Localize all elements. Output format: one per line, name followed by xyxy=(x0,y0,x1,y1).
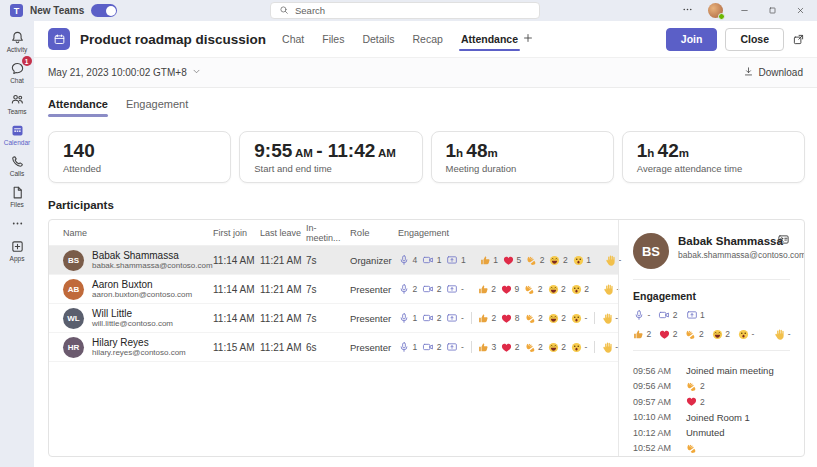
sidebar-item-apps[interactable]: Apps xyxy=(0,238,34,262)
in-meeting-cell: 7s xyxy=(306,284,350,295)
hand-emoji-icon xyxy=(602,342,613,353)
role-cell: Presenter xyxy=(350,342,398,353)
engagement-count: 1 xyxy=(413,342,418,352)
surprised-emoji-icon xyxy=(573,255,584,266)
engagement-mic: 1 xyxy=(398,312,417,324)
sidebar-item-teams[interactable]: Teams xyxy=(0,91,34,115)
search-input[interactable]: Search xyxy=(270,2,540,19)
screen-share-icon xyxy=(686,309,698,321)
reaction-laugh: 2 xyxy=(548,313,566,324)
engagement-count: 1 xyxy=(700,310,705,320)
laugh-emoji-icon xyxy=(548,342,559,353)
sidebar-item-label: Teams xyxy=(7,108,26,115)
clap-emoji-icon xyxy=(524,284,535,295)
table-row[interactable]: AB Aaron Buxton aaron.buxton@contoso.com… xyxy=(49,275,618,304)
tab-details[interactable]: Details xyxy=(362,23,394,55)
reaction-count: 2 xyxy=(492,313,497,323)
sidebar-item-calls[interactable]: Calls xyxy=(0,153,34,177)
reaction-heart: 2 xyxy=(659,329,677,340)
hand-emoji-icon xyxy=(605,255,616,266)
table-row[interactable]: WL Will Little will.little@contoso.com 1… xyxy=(49,304,618,333)
engagement-count: 2 xyxy=(437,313,442,323)
participant-name: Aaron Buxton xyxy=(92,279,192,290)
role-cell: Presenter xyxy=(350,313,398,324)
table-row[interactable]: BS Babak Shammassa babak.shammassa@conto… xyxy=(49,246,618,275)
tab-recap[interactable]: Recap xyxy=(413,23,443,55)
mic-icon xyxy=(398,312,410,324)
laugh-emoji-icon xyxy=(712,329,723,340)
meeting-icon xyxy=(48,28,70,50)
camera-icon xyxy=(422,312,434,324)
tab-chat[interactable]: Chat xyxy=(282,23,304,55)
mic-icon xyxy=(398,254,410,266)
subtab-engagement[interactable]: Engagement xyxy=(126,98,188,117)
like-emoji-icon xyxy=(633,329,644,340)
close-window-button[interactable] xyxy=(793,4,807,18)
sidebar-item-chat[interactable]: 1 Chat xyxy=(0,60,34,84)
titlebar-more-button[interactable] xyxy=(681,2,694,20)
user-avatar[interactable] xyxy=(708,3,723,18)
reaction-count: 1 xyxy=(493,255,498,265)
chat-icon: 1 xyxy=(10,60,25,76)
reaction-like: 2 xyxy=(478,313,496,324)
column-header[interactable]: Name xyxy=(63,228,213,238)
summary-label: Meeting duration xyxy=(446,163,599,174)
reaction-surprised: - xyxy=(571,342,587,353)
reaction-hand: - xyxy=(602,313,618,324)
sidebar-item-label: Apps xyxy=(10,255,25,262)
minimize-button[interactable] xyxy=(737,4,751,18)
sidebar-item-activity[interactable]: Activity xyxy=(0,29,34,53)
tab-attendance[interactable]: Attendance xyxy=(461,23,518,55)
timeline-time: 10:12 AM xyxy=(633,428,677,438)
detail-avatar: BS xyxy=(633,233,669,269)
contact-card-icon[interactable] xyxy=(777,233,790,246)
app-window: T New Teams Search Activity 1 Chat xyxy=(0,0,817,467)
reaction-count: 2 xyxy=(673,329,678,339)
hand-emoji-icon xyxy=(603,284,614,295)
surprised-emoji-icon xyxy=(571,313,582,324)
mic-icon xyxy=(398,341,410,353)
meeting-title: Product roadmap discussion xyxy=(80,32,266,47)
engagement-count: - xyxy=(461,313,464,323)
sidebar-item-more[interactable] xyxy=(0,215,34,231)
close-meeting-button[interactable]: Close xyxy=(725,28,784,51)
column-header[interactable]: Engagement xyxy=(398,228,618,238)
download-button[interactable]: Download xyxy=(743,66,803,79)
column-header[interactable]: In-meetin... xyxy=(306,223,350,243)
popout-icon[interactable] xyxy=(792,33,805,46)
calendar-icon xyxy=(10,122,25,138)
sidebar-item-calendar[interactable]: Calendar xyxy=(0,122,34,146)
column-header[interactable]: Role xyxy=(350,227,398,238)
first-join-cell: 11:14 AM xyxy=(213,284,260,295)
first-join-cell: 11:15 AM xyxy=(213,342,260,353)
column-header[interactable]: First join xyxy=(213,228,260,238)
tab-files[interactable]: Files xyxy=(322,23,344,55)
reaction-count: 2 xyxy=(561,342,566,352)
participant-email: babak.shammassa@contoso.com xyxy=(92,261,213,271)
meeting-date-selector[interactable]: May 21, 2023 10:00:02 GTM+8 xyxy=(48,67,201,78)
new-teams-toggle[interactable] xyxy=(91,4,117,17)
engagement-count: 4 xyxy=(413,255,418,265)
engagement-camera: 2 xyxy=(422,341,441,353)
table-row[interactable]: HR Hilary Reyes hilary.reyes@contoso.com… xyxy=(49,333,618,362)
subtab-attendance[interactable]: Attendance xyxy=(48,98,108,117)
like-emoji-icon xyxy=(478,313,489,324)
clap-emoji-icon xyxy=(526,255,537,266)
maximize-button[interactable] xyxy=(765,4,779,18)
reaction-count: 2 xyxy=(647,329,652,339)
sidebar-item-files[interactable]: Files xyxy=(0,184,34,208)
reaction-laugh: 2 xyxy=(548,284,566,295)
meeting-header: Product roadmap discussion Chat Files De… xyxy=(34,21,817,58)
add-tab-button[interactable] xyxy=(522,30,534,48)
unread-badge: 1 xyxy=(22,56,32,66)
timeline-entry: 10:52 AM xyxy=(633,441,790,457)
join-button[interactable]: Join xyxy=(666,28,718,51)
summary-label: Start and end time xyxy=(254,163,407,174)
engagement-count: 1 xyxy=(437,255,442,265)
meeting-tabs: Chat Files Details Recap Attendance xyxy=(282,23,518,55)
column-header[interactable]: Last leave xyxy=(260,228,306,238)
reaction-heart: 8 xyxy=(501,313,519,324)
titlebar: T New Teams Search xyxy=(0,0,817,21)
heart-emoji-icon xyxy=(659,329,670,340)
reaction-count: 2 xyxy=(515,342,520,352)
